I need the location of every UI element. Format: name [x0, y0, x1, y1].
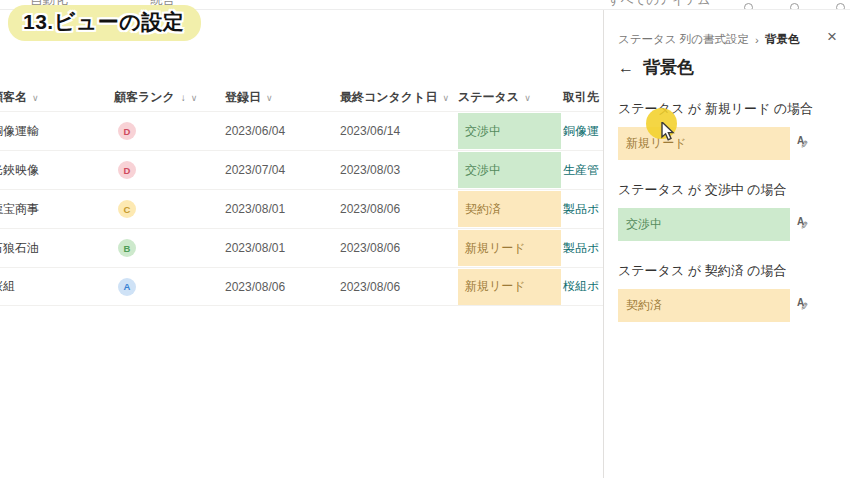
table-row[interactable]: 桜組 A 2023/08/06 2023/08/06 新規リード 桜組ポ [0, 267, 604, 306]
customer-name: 光鋏映像 [0, 163, 39, 177]
last-contact-date: 2023/08/06 [340, 280, 458, 294]
rank-badge: D [118, 122, 136, 140]
breadcrumb-parent[interactable]: ステータス 列の書式設定 [618, 32, 749, 47]
column-header-last-contact[interactable]: 最終コンタクト日∨ [340, 89, 458, 106]
edit-styles-icon[interactable]: A ✎ [797, 136, 811, 151]
toolbar-icon-fragment[interactable] [790, 3, 799, 10]
format-panel: ステータス 列の書式設定 › 背景色 × ← 背景色 ステータス が 新規リード… [604, 10, 850, 478]
last-contact-date: 2023/08/06 [340, 241, 458, 255]
condition-label: ステータス が 交渉中 の場合 [618, 181, 836, 199]
breadcrumb-current: 背景色 [765, 32, 800, 47]
registered-date: 2023/08/01 [225, 241, 340, 255]
registered-date: 2023/06/04 [225, 124, 340, 138]
tutorial-step-badge: 13.ビューの設定 [8, 5, 201, 41]
chevron-down-icon[interactable]: ∨ [32, 93, 39, 103]
color-swatch[interactable]: 交渉中 [618, 208, 790, 241]
column-header-customer-name[interactable]: 顧客名∨ [0, 89, 101, 106]
registered-date: 2023/08/01 [225, 202, 340, 216]
registered-date: 2023/07/04 [225, 163, 340, 177]
rank-badge: A [118, 278, 136, 296]
status-chip: 新規リード [458, 269, 561, 305]
status-chip: 交渉中 [458, 113, 561, 149]
column-header-status[interactable]: ステータス∨ [458, 89, 563, 106]
rank-badge: C [118, 200, 136, 218]
column-header-customer-rank[interactable]: 顧客ランク↓∨ [110, 89, 225, 106]
breadcrumb: ステータス 列の書式設定 › 背景色 [618, 32, 836, 47]
partner-link[interactable]: 製品ポ [563, 202, 599, 216]
condition-row: 交渉中 A ✎ [618, 208, 836, 241]
toolbar-icon-fragment[interactable] [744, 3, 753, 10]
toolbar-icon-fragment[interactable] [836, 3, 845, 10]
column-header-registered-date[interactable]: 登録日∨ [225, 89, 340, 106]
condition-row: 契約済 A ✎ [618, 289, 836, 322]
partner-link[interactable]: 桜組ポ [563, 279, 599, 293]
color-swatch[interactable]: 契約済 [618, 289, 790, 322]
edit-styles-icon[interactable]: A ✎ [797, 298, 811, 313]
partner-link[interactable]: 生産管 [563, 163, 599, 177]
condition-label: ステータス が 契約済 の場合 [618, 262, 836, 280]
chevron-down-icon[interactable]: ∨ [191, 93, 198, 103]
partner-link[interactable]: 銅像運 [563, 124, 599, 138]
panel-title: 背景色 [643, 56, 694, 79]
partner-link[interactable]: 製品ポ [563, 241, 599, 255]
status-chip: 交渉中 [458, 152, 561, 188]
edit-styles-icon[interactable]: A ✎ [797, 217, 811, 232]
sort-desc-icon: ↓ [181, 92, 186, 103]
table-row[interactable]: 銅像運輸 D 2023/06/04 2023/06/14 交渉中 銅像運 [0, 111, 604, 150]
status-chip: 契約済 [458, 191, 561, 227]
table-row[interactable]: 石狼石油 B 2023/08/01 2023/08/06 新規リード 製品ポ [0, 228, 604, 267]
column-header-partner[interactable]: 取引先 [563, 89, 604, 106]
breadcrumb-separator-icon: › [755, 34, 759, 46]
table-row[interactable]: 光鋏映像 D 2023/07/04 2023/08/03 交渉中 生産管 [0, 150, 604, 189]
chevron-down-icon[interactable]: ∨ [266, 93, 273, 103]
customer-name: 桜組 [0, 279, 15, 293]
close-icon[interactable]: × [827, 28, 837, 45]
rank-badge: B [118, 239, 136, 257]
back-arrow-icon[interactable]: ← [618, 59, 634, 77]
chevron-down-icon[interactable]: ∨ [524, 93, 531, 103]
customer-name: 銅像運輸 [0, 124, 39, 138]
app-window: { "topbar": { "fragment_left_1": "自動化", … [0, 0, 850, 478]
last-contact-date: 2023/06/14 [340, 124, 458, 138]
color-swatch[interactable]: 新規リード [618, 127, 790, 160]
last-contact-date: 2023/08/06 [340, 202, 458, 216]
customer-name: 石狼石油 [0, 241, 39, 255]
status-chip: 新規リード [458, 230, 561, 266]
registered-date: 2023/08/06 [225, 280, 340, 294]
chevron-down-icon[interactable]: ∨ [442, 93, 449, 103]
cursor-pointer-icon [661, 122, 676, 147]
last-contact-date: 2023/08/03 [340, 163, 458, 177]
customer-name: 龍宝商事 [0, 202, 39, 216]
view-selector-fragment[interactable]: すべてのアイテム [608, 0, 710, 9]
table-header-row: 顧客名∨ 顧客ランク↓∨ 登録日∨ 最終コンタクト日∨ ステータス∨ 取引先 [0, 84, 604, 111]
list-table: 顧客名∨ 顧客ランク↓∨ 登録日∨ 最終コンタクト日∨ ステータス∨ 取引先 銅… [0, 84, 604, 306]
table-row[interactable]: 龍宝商事 C 2023/08/01 2023/08/06 契約済 製品ポ [0, 189, 604, 228]
rank-badge: D [118, 161, 136, 179]
